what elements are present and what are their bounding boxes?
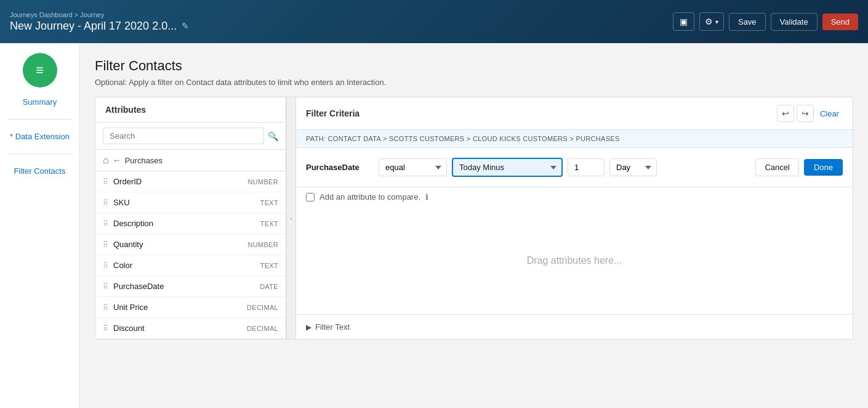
edit-icon[interactable]: ✎ [182,21,189,31]
condition-field-label: PurchaseDate [306,163,374,172]
attr-name: Unit Price [113,303,247,312]
attr-type: TEXT [260,220,278,227]
drag-handle-icon: ⠿ [103,303,108,312]
sidebar-item-filter-contacts[interactable]: Filter Contacts [0,161,79,181]
operator-select[interactable]: equal not equal less than greater than [379,158,447,176]
filter-panels: Attributes 🔍 ⌂ ← Purchases ⠿ OrderID NUM… [95,97,853,340]
filter-criteria-header: Filter Criteria ↩ ↪ Clear [296,97,853,130]
condition-cancel-button[interactable]: Cancel [755,158,798,176]
drag-drop-zone: Drag attributes here... [296,206,853,314]
filter-text-chevron-icon: ▶ [306,323,311,332]
attribute-list-item[interactable]: ⠿ Color TEXT [95,255,286,276]
drag-handle-icon: ⠿ [103,240,108,249]
clear-button[interactable]: Clear [816,107,843,121]
attr-name: Color [113,261,260,270]
condition-done-button[interactable]: Done [804,159,843,176]
search-icon[interactable]: 🔍 [268,131,278,141]
info-icon[interactable]: ℹ [425,192,428,202]
redo-button[interactable]: ↪ [797,105,814,122]
attr-name: Discount [113,324,247,333]
nav-actions: ▣ ⚙ ▾ Save Validate Send [673,12,858,31]
drag-handle-icon: ⠿ [103,198,108,207]
breadcrumb: Journeys Dashboard > Journey [10,11,189,18]
home-button[interactable]: ⌂ [103,155,109,166]
attr-type: DECIMAL [247,304,278,311]
attr-name: PurchaseDate [113,282,260,291]
number-input[interactable] [568,158,605,176]
sidebar-app-icon: ≡ [23,53,57,88]
sidebar-item-summary[interactable]: Summary [0,92,79,112]
add-attr-label: Add an attribute to compare. [319,192,420,202]
page-header: Filter Contacts Optional: Apply a filter… [95,58,853,87]
unit-select[interactable]: Day Week Month Year [609,158,657,176]
attribute-list-item[interactable]: ⠿ PurchaseDate DATE [95,276,286,297]
filter-condition-row: PurchaseDate equal not equal less than g… [296,148,853,187]
validate-button[interactable]: Validate [771,13,818,31]
attr-name: Quantity [113,240,248,249]
grid-icon: ≡ [36,62,44,78]
sidebar: ≡ Summary * Data Extension Filter Contac… [0,43,80,408]
settings-button[interactable]: ⚙ ▾ [699,12,724,31]
page-title-row: New Journey - April 17 2020 2.0... ✎ [10,20,189,33]
add-attribute-row: Add an attribute to compare. ℹ [296,187,853,206]
attribute-list-item[interactable]: ⠿ Description TEXT [95,213,286,234]
nav-title-group: Journeys Dashboard > Journey New Journey… [10,11,189,33]
filter-text-row[interactable]: ▶ Filter Text [296,314,853,339]
drag-handle-icon: ⠿ [103,261,108,270]
send-button[interactable]: Send [822,14,858,30]
attr-name: OrderID [113,177,248,186]
breadcrumb-journeys[interactable]: Journeys Dashboard > Journey [10,11,104,18]
attr-type: NUMBER [248,178,278,186]
attribute-list-item[interactable]: ⠿ Quantity NUMBER [95,234,286,255]
sidebar-toggle-button[interactable]: ▣ [673,12,694,31]
attributes-list: ⠿ OrderID NUMBER ⠿ SKU TEXT ⠿ Descriptio… [95,171,286,339]
back-button[interactable]: ← [113,155,121,165]
search-input[interactable] [103,128,264,144]
drag-handle-icon: ⠿ [103,324,108,333]
filter-text-label: Filter Text [315,322,350,332]
top-nav: Journeys Dashboard > Journey New Journey… [0,0,868,43]
page-title-heading: Filter Contacts [95,58,853,74]
attr-name: Description [113,219,260,228]
filter-criteria-title: Filter Criteria [306,108,360,118]
page-title: New Journey - April 17 2020 2.0... [10,20,177,33]
sidebar-divider-2 [8,153,71,154]
drag-handle-icon: ⠿ [103,282,108,291]
attr-type: NUMBER [248,241,278,248]
value-option-select[interactable]: Today Minus Today Plus Today Exact Date [452,158,563,177]
save-button[interactable]: Save [729,13,766,31]
attributes-panel: Attributes 🔍 ⌂ ← Purchases ⠿ OrderID NUM… [95,97,286,339]
attr-type: DATE [260,283,278,290]
drag-handle-icon: ⠿ [103,177,108,186]
path-breadcrumb: PATH: CONTACT DATA > SCOTTS CUSTOMERS > … [296,130,853,148]
content-area: Filter Contacts Optional: Apply a filter… [80,43,868,408]
attributes-panel-header: Attributes [95,97,286,123]
filter-criteria-actions: ↩ ↪ Clear [777,105,843,122]
drag-handle-icon: ⠿ [103,219,108,228]
nav-row: ⌂ ← Purchases [95,150,286,171]
attribute-list-item[interactable]: ⠿ Unit Price DECIMAL [95,297,286,318]
page-description: Optional: Apply a filter on Contact data… [95,78,853,87]
collapse-handle[interactable]: ‹ [286,97,296,339]
attr-type: DECIMAL [247,325,278,332]
attribute-list-item[interactable]: ⠿ OrderID NUMBER [95,171,286,192]
filter-criteria-panel: Filter Criteria ↩ ↪ Clear PATH: CONTACT … [296,97,853,339]
attr-type: TEXT [260,262,278,269]
add-attr-checkbox[interactable] [306,193,315,202]
attribute-list-item[interactable]: ⠿ SKU TEXT [95,192,286,213]
search-row: 🔍 [95,123,286,150]
attr-type: TEXT [260,199,278,206]
sidebar-item-data-extension[interactable]: * Data Extension [0,127,79,146]
sidebar-divider [8,119,71,120]
attribute-list-item[interactable]: ⠿ Discount DECIMAL [95,318,286,339]
folder-name: Purchases [125,156,163,165]
attr-name: SKU [113,198,260,207]
main-layout: ≡ Summary * Data Extension Filter Contac… [0,43,868,408]
undo-button[interactable]: ↩ [777,105,794,122]
